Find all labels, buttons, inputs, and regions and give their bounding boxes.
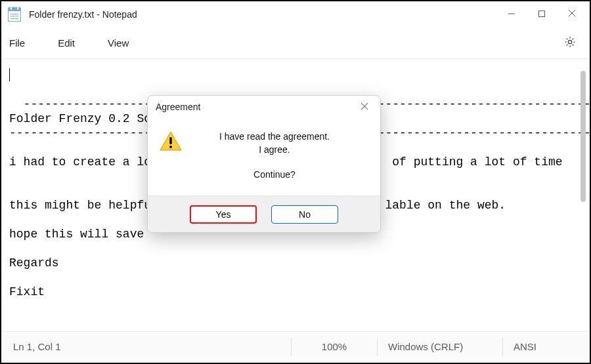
maximize-button[interactable] — [527, 1, 557, 28]
close-icon — [361, 102, 368, 112]
svg-point-4 — [568, 40, 571, 43]
gear-icon — [563, 35, 577, 51]
text-caret — [9, 68, 10, 81]
svg-point-8 — [169, 146, 172, 148]
close-icon — [567, 9, 577, 20]
close-button[interactable] — [557, 1, 587, 28]
titlebar: Folder frenzy.txt - Notepad — [1, 1, 590, 28]
dialog-line-2: I agree. — [182, 143, 367, 156]
status-zoom[interactable]: 100% — [292, 332, 377, 361]
dialog-footer: Yes No — [148, 195, 380, 232]
minimize-icon — [508, 9, 515, 20]
dialog-close-button[interactable] — [355, 98, 374, 116]
status-encoding: ANSI — [503, 332, 588, 361]
settings-button[interactable] — [554, 30, 586, 56]
no-button[interactable]: No — [271, 205, 338, 224]
status-line-ending: Windows (CRLF) — [378, 332, 502, 361]
scrollbar-thumb[interactable] — [580, 71, 586, 202]
minimize-button[interactable] — [496, 1, 527, 28]
window-controls — [496, 1, 587, 28]
maximize-icon — [538, 9, 546, 20]
menu-edit[interactable]: Edit — [47, 32, 85, 54]
status-caret-position: Ln 1, Col 1 — [3, 332, 291, 361]
statusbar: Ln 1, Col 1 100% Windows (CRLF) ANSI — [3, 331, 588, 361]
svg-rect-1 — [539, 11, 545, 17]
yes-button[interactable]: Yes — [190, 205, 257, 224]
dialog-body: I have read the agreement. I agree. Cont… — [148, 118, 380, 195]
dialog-titlebar: Agreement — [148, 96, 380, 118]
menu-file[interactable]: File — [5, 32, 35, 54]
dialog-line-3: Continue? — [182, 168, 367, 181]
agreement-dialog: Agreement I have read the agreement. I a… — [147, 95, 381, 233]
menu-view[interactable]: View — [97, 32, 139, 54]
dialog-message: I have read the agreement. I agree. Cont… — [182, 130, 367, 181]
window-title: Folder frenzy.txt - Notepad — [29, 9, 137, 20]
menubar: File Edit View — [1, 28, 590, 59]
vertical-scrollbar[interactable] — [579, 62, 588, 329]
warning-icon — [160, 131, 182, 151]
svg-rect-7 — [169, 137, 171, 144]
dialog-title: Agreement — [156, 102, 200, 112]
notepad-icon — [8, 7, 21, 22]
dialog-line-1: I have read the agreement. — [182, 130, 367, 143]
